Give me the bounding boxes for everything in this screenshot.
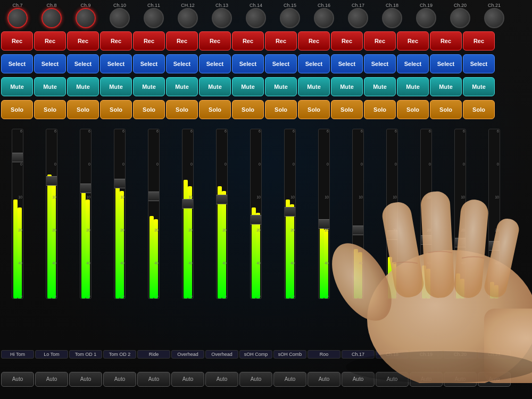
- fader-handle-11[interactable]: [352, 226, 364, 235]
- knob-12[interactable]: [382, 8, 402, 28]
- fader-handle-3[interactable]: [80, 184, 92, 193]
- mute-row-btn-5[interactable]: Mute: [133, 77, 165, 96]
- fader-handle-14[interactable]: [454, 238, 466, 247]
- auto-btn-5[interactable]: Auto: [137, 372, 170, 387]
- mute-row-btn-13[interactable]: Mute: [397, 77, 429, 96]
- fader-track-5[interactable]: 60102040∞: [148, 129, 160, 299]
- fader-track-9[interactable]: 60102040∞: [284, 129, 296, 299]
- solo-row-btn-1[interactable]: Solo: [1, 100, 33, 119]
- mute-row-btn-12[interactable]: Mute: [364, 77, 396, 96]
- mute-row-btn-10[interactable]: Mute: [298, 77, 330, 96]
- rec-row-btn-12[interactable]: Rec: [364, 31, 396, 51]
- rec-row-btn-13[interactable]: Rec: [397, 31, 429, 51]
- solo-row-btn-5[interactable]: Solo: [133, 100, 165, 119]
- select-row-btn-12[interactable]: Select: [364, 54, 396, 73]
- fader-handle-10[interactable]: [318, 219, 330, 229]
- fader-track-4[interactable]: 60102040∞: [114, 129, 126, 299]
- fader-track-14[interactable]: 60102040∞: [454, 129, 466, 299]
- fader-track-3[interactable]: 60102040∞: [80, 129, 92, 299]
- rec-row-btn-14[interactable]: Rec: [430, 31, 462, 51]
- fader-track-1[interactable]: 60102040∞: [12, 129, 23, 299]
- auto-btn-15[interactable]: Auto: [478, 372, 511, 387]
- fader-handle-1[interactable]: [12, 153, 23, 162]
- fader-track-7[interactable]: 60102040∞: [216, 129, 228, 299]
- auto-btn-12[interactable]: Auto: [376, 372, 409, 387]
- solo-row-btn-8[interactable]: Solo: [232, 100, 264, 119]
- auto-btn-1[interactable]: Auto: [1, 372, 34, 387]
- rec-row-btn-1[interactable]: Rec: [1, 31, 33, 51]
- select-row-btn-11[interactable]: Select: [331, 54, 363, 73]
- solo-row-btn-13[interactable]: Solo: [397, 100, 429, 119]
- select-row-btn-14[interactable]: Select: [430, 54, 462, 73]
- auto-btn-13[interactable]: Auto: [410, 372, 443, 387]
- auto-btn-14[interactable]: Auto: [444, 372, 477, 387]
- auto-btn-3[interactable]: Auto: [69, 372, 102, 387]
- solo-row-btn-7[interactable]: Solo: [199, 100, 231, 119]
- solo-row-btn-6[interactable]: Solo: [166, 100, 198, 119]
- solo-row-btn-15[interactable]: Solo: [463, 100, 495, 119]
- rec-row-btn-7[interactable]: Rec: [199, 31, 231, 51]
- mute-row-btn-6[interactable]: Mute: [166, 77, 198, 96]
- rec-row-btn-6[interactable]: Rec: [166, 31, 198, 51]
- fader-track-12[interactable]: 60102040∞: [386, 129, 398, 299]
- fader-handle-7[interactable]: [216, 195, 228, 204]
- knob-7[interactable]: [212, 8, 232, 28]
- knob-11[interactable]: [348, 8, 368, 28]
- rec-row-btn-5[interactable]: Rec: [133, 31, 165, 51]
- select-row-btn-3[interactable]: Select: [67, 54, 99, 73]
- knob-9[interactable]: [280, 8, 300, 28]
- rec-row-btn-11[interactable]: Rec: [331, 31, 363, 51]
- select-row-btn-9[interactable]: Select: [265, 54, 297, 73]
- mute-row-btn-1[interactable]: Mute: [1, 77, 33, 96]
- fader-handle-2[interactable]: [46, 176, 57, 186]
- mute-row-btn-14[interactable]: Mute: [430, 77, 462, 96]
- select-row-btn-2[interactable]: Select: [34, 54, 66, 73]
- fader-track-11[interactable]: 60102040∞: [352, 129, 364, 299]
- mute-row-btn-9[interactable]: Mute: [265, 77, 297, 96]
- fader-track-10[interactable]: 60102040∞: [318, 129, 330, 299]
- knob-2[interactable]: [41, 8, 62, 28]
- solo-row-btn-4[interactable]: Solo: [100, 100, 132, 119]
- fader-track-2[interactable]: 60102040∞: [46, 129, 57, 299]
- select-row-btn-13[interactable]: Select: [397, 54, 429, 73]
- select-row-btn-7[interactable]: Select: [199, 54, 231, 73]
- select-row-btn-15[interactable]: Select: [463, 54, 495, 73]
- knob-5[interactable]: [144, 8, 164, 28]
- knob-1[interactable]: [7, 8, 28, 28]
- knob-14[interactable]: [450, 8, 470, 28]
- auto-btn-6[interactable]: Auto: [171, 372, 204, 387]
- select-row-btn-8[interactable]: Select: [232, 54, 264, 73]
- auto-btn-10[interactable]: Auto: [307, 372, 340, 387]
- rec-row-btn-3[interactable]: Rec: [67, 31, 99, 51]
- solo-row-btn-3[interactable]: Solo: [67, 100, 99, 119]
- mute-row-btn-3[interactable]: Mute: [67, 77, 99, 96]
- auto-btn-8[interactable]: Auto: [239, 372, 272, 387]
- knob-15[interactable]: [484, 8, 504, 28]
- fader-track-15[interactable]: 60102040∞: [488, 129, 500, 299]
- fader-handle-13[interactable]: [420, 235, 432, 245]
- auto-btn-4[interactable]: Auto: [103, 372, 136, 387]
- auto-btn-11[interactable]: Auto: [342, 372, 375, 387]
- solo-row-btn-2[interactable]: Solo: [34, 100, 66, 119]
- select-row-btn-5[interactable]: Select: [133, 54, 165, 73]
- mute-row-btn-4[interactable]: Mute: [100, 77, 132, 96]
- solo-row-btn-12[interactable]: Solo: [364, 100, 396, 119]
- fader-track-8[interactable]: 60102040∞: [250, 129, 262, 299]
- mute-row-btn-15[interactable]: Mute: [463, 77, 495, 96]
- knob-6[interactable]: [178, 8, 198, 28]
- rec-row-btn-8[interactable]: Rec: [232, 31, 264, 51]
- knob-10[interactable]: [314, 8, 334, 28]
- mute-row-btn-11[interactable]: Mute: [331, 77, 363, 96]
- fader-handle-4[interactable]: [114, 179, 126, 188]
- rec-row-btn-10[interactable]: Rec: [298, 31, 330, 51]
- fader-track-6[interactable]: 60102040∞: [182, 129, 194, 299]
- auto-btn-9[interactable]: Auto: [273, 372, 306, 387]
- fader-handle-12[interactable]: [386, 230, 398, 240]
- solo-row-btn-11[interactable]: Solo: [331, 100, 363, 119]
- fader-handle-15[interactable]: [488, 241, 500, 251]
- mute-row-btn-7[interactable]: Mute: [199, 77, 231, 96]
- fader-handle-8[interactable]: [250, 215, 262, 225]
- select-row-btn-1[interactable]: Select: [1, 54, 33, 73]
- select-row-btn-4[interactable]: Select: [100, 54, 132, 73]
- auto-btn-2[interactable]: Auto: [35, 372, 68, 387]
